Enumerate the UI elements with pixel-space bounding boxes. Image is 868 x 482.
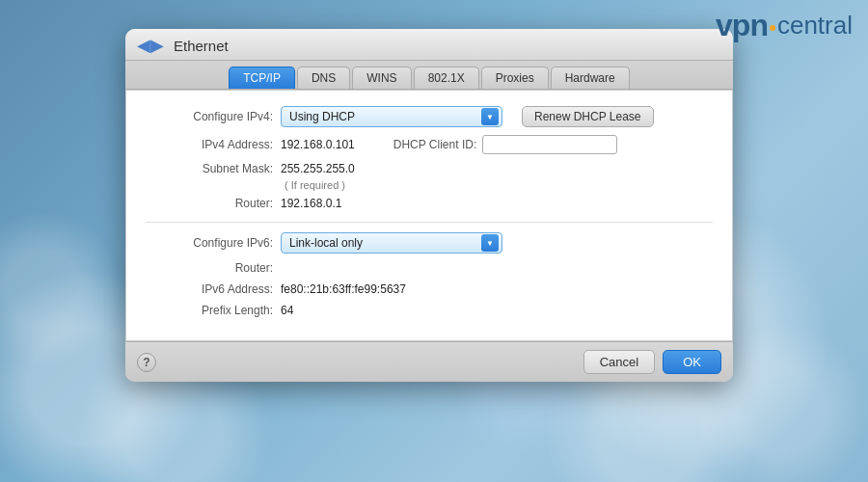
ipv4-address-label: IPv4 Address:: [146, 138, 281, 151]
configure-ipv4-select-wrap: Using DHCP Manually Off: [281, 106, 502, 127]
cancel-button[interactable]: Cancel: [583, 350, 655, 374]
subnet-row: Subnet Mask: 255.255.255.0: [146, 162, 713, 175]
tab-tcpip[interactable]: TCP/IP: [229, 67, 295, 89]
router-row: Router: 192.168.0.1: [146, 197, 713, 210]
bottombar: ? Cancel OK: [125, 341, 733, 382]
logo: vpn central: [716, 8, 853, 43]
ipv6-router-label: Router:: [146, 261, 281, 275]
configure-ipv6-select-wrap: Link-local only Automatically Manually O…: [281, 232, 502, 254]
tab-hardware[interactable]: Hardware: [551, 67, 630, 89]
titlebar: ◀▶ Ethernet: [125, 29, 733, 61]
ipv6-section: Configure IPv6: Link-local only Automati…: [146, 232, 713, 317]
prefix-length-label: Prefix Length:: [146, 304, 281, 317]
tab-proxies[interactable]: Proxies: [481, 67, 549, 89]
back-arrow-icon: ◀▶: [137, 37, 164, 54]
ipv4-section: Configure IPv4: Using DHCP Manually Off …: [146, 106, 713, 210]
configure-ipv4-select[interactable]: Using DHCP Manually Off: [281, 106, 502, 127]
configure-ipv6-row: Configure IPv6: Link-local only Automati…: [146, 232, 713, 254]
configure-ipv4-label: Configure IPv4:: [146, 110, 281, 123]
ipv6-router-row: Router:: [146, 261, 713, 275]
ipv4-address-value: 192.168.0.101: [281, 138, 355, 151]
dialog-window: ◀▶ Ethernet TCP/IP DNS WINS 802.1X Proxi…: [125, 29, 733, 382]
window-title: Ethernet: [174, 38, 229, 54]
ipv6-address-value: fe80::21b:63ff:fe99:5637: [281, 282, 406, 296]
section-divider: [146, 222, 713, 223]
ipv6-address-label: IPv6 Address:: [146, 282, 281, 296]
action-buttons: Cancel OK: [583, 350, 721, 374]
back-button[interactable]: ◀▶: [137, 37, 164, 54]
configure-ipv6-select[interactable]: Link-local only Automatically Manually O…: [281, 232, 502, 254]
dhcp-client-label: DHCP Client ID:: [393, 138, 476, 151]
tab-dns[interactable]: DNS: [297, 67, 350, 89]
prefix-length-row: Prefix Length: 64: [146, 304, 713, 317]
prefix-length-value: 64: [281, 304, 293, 317]
content-area: Configure IPv4: Using DHCP Manually Off …: [125, 90, 733, 341]
ipv4-address-row: IPv4 Address: 192.168.0.101 DHCP Client …: [146, 135, 713, 154]
if-required-text: ( If required ): [285, 179, 713, 191]
configure-ipv6-label: Configure IPv6:: [146, 236, 281, 250]
subnet-value: 255.255.255.0: [281, 162, 355, 175]
renew-dhcp-button[interactable]: Renew DHCP Lease: [522, 106, 654, 127]
dhcp-client-group: DHCP Client ID:: [393, 135, 617, 154]
configure-ipv4-row: Configure IPv4: Using DHCP Manually Off …: [146, 106, 713, 127]
ok-button[interactable]: OK: [663, 350, 721, 374]
logo-vpn-text: vpn: [716, 8, 768, 43]
logo-dot: [770, 25, 775, 31]
router-value: 192.168.0.1: [281, 197, 341, 210]
tab-wins[interactable]: WINS: [352, 67, 411, 89]
tabbar: TCP/IP DNS WINS 802.1X Proxies Hardware: [125, 61, 733, 90]
router-label: Router:: [146, 197, 281, 210]
tab-8021x[interactable]: 802.1X: [414, 67, 479, 89]
ipv6-address-row: IPv6 Address: fe80::21b:63ff:fe99:5637: [146, 282, 713, 296]
logo-central-text: central: [777, 11, 853, 40]
subnet-label: Subnet Mask:: [146, 162, 281, 175]
help-button[interactable]: ?: [137, 353, 156, 372]
dhcp-client-input[interactable]: [482, 135, 617, 154]
